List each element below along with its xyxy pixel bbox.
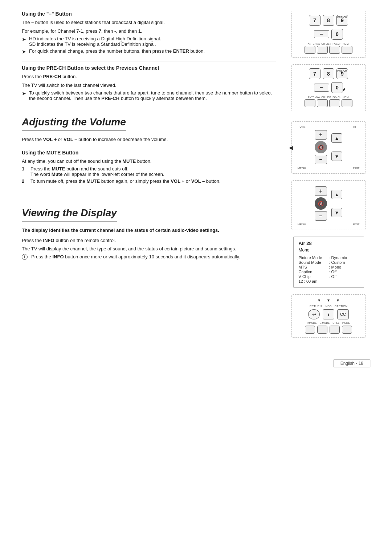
divider1 [22, 61, 276, 61]
ch-label-top: CH [353, 125, 358, 129]
ch-spacer2 [331, 200, 342, 207]
viewing-display-heading: Viewing the Display [22, 207, 117, 222]
hdmi-label2: HDMI [343, 96, 349, 98]
viewing-display-para1: Press the INFO button on the remote cont… [22, 237, 276, 244]
favch-btn2 [329, 99, 340, 107]
minus-button-heading: Using the "–" Button [22, 11, 276, 17]
info-sound: Mono [299, 247, 359, 253]
mute-item1: 1 Press the MUTE button and the sound cu… [22, 166, 276, 177]
info-label: INFO [324, 305, 331, 308]
info-row-2: Sound Mode: Custom [299, 260, 359, 265]
minus-button-section: Using the "–" Button The – button is use… [22, 11, 276, 55]
page-footer-wrapper: English - 18 [22, 348, 370, 367]
favch-label2: FAV.CH [332, 96, 341, 98]
mute-button-para1: At any time, you can cut off the sound u… [22, 158, 276, 165]
mute-item1-text: Press the MUTE button and the sound cuts… [30, 166, 164, 177]
arrow-icon: ➤ [22, 49, 26, 55]
prech-button-para1: Press the PRE-CH button. [22, 73, 276, 80]
info-channel: Air 28 [299, 241, 359, 246]
pmode-label: P.MODE [307, 322, 317, 324]
down-arrow3: ▼ [336, 298, 340, 302]
info-circle-icon: i [22, 254, 28, 260]
antenna-btn2 [305, 99, 315, 107]
mute-btn: 🔇 [315, 141, 327, 153]
remote-diagram-volume2: + 🔇 – ▲ ▼ MENU EXIT [291, 180, 366, 230]
psize-label: P.SIZE [342, 322, 350, 324]
ch-spacer [331, 144, 342, 151]
hdmi-btn [342, 46, 352, 54]
ch-down-btn2: ▼ [331, 208, 342, 217]
page-footer: English - 18 [334, 359, 370, 367]
viewing-display-para2: The TV will display the channel, the typ… [22, 245, 276, 253]
vol-minus-btn: – [315, 155, 327, 164]
ch-up-btn2: ▲ [331, 190, 342, 199]
info-rows: Picture Mode: Dynamic Sound Mode: Custom… [299, 255, 359, 283]
key-7-btn: 7 [309, 15, 320, 26]
still-label: STILL [332, 322, 339, 324]
key-9-btn: 9 PRE-CH [336, 15, 348, 26]
vol-label-top: VOL [300, 125, 306, 129]
chlist-btn2 [317, 99, 328, 107]
adjusting-volume-section: Press the VOL + or VOL – button to incre… [22, 136, 276, 143]
prech-button-heading: Using the PRE-CH Button to select the Pr… [22, 65, 276, 71]
info-row-4: Caption: Off [299, 270, 359, 274]
smode-btn [317, 326, 327, 334]
favch-label: FAV.CH [332, 43, 341, 45]
ch-up-btn: ▲ [331, 133, 342, 143]
key-8-btn2: 8 [323, 68, 334, 79]
favch-btn [329, 46, 340, 54]
viewing-display-arrow1: i Press the INFO button once more or wai… [22, 254, 276, 260]
left-arrow-indicator: ◀ [289, 145, 293, 150]
hdmi-btn2 [342, 99, 352, 107]
right-column: 7 8 9 PRE-CH – 0 ANTENNA CH LIST FAV.CH … [287, 11, 370, 338]
chlist-btn [317, 46, 328, 54]
antenna-label: ANTENNA [308, 43, 320, 45]
menu-label: MENU [298, 166, 306, 170]
caption-label: CAPTION [334, 305, 347, 308]
minus-button-arrow1: ➤ HD indicates the TV is receiving a Dig… [22, 36, 276, 47]
info-row-1: Picture Mode: Dynamic [299, 255, 359, 260]
info-btn: i [323, 309, 334, 319]
info-row-5: V-Chip: Off [299, 274, 359, 279]
prech-label-top: PRE-CH [337, 16, 347, 19]
mute-item2-text: To turn mute off, press the MUTE button … [30, 178, 221, 184]
antenna-label2: ANTENNA [308, 96, 320, 98]
vol-plus-btn: + [315, 130, 327, 140]
viewing-display-bold-para: The display identifies the current chann… [22, 227, 276, 234]
key-8-btn: 8 [323, 15, 334, 26]
vol-plus-btn2: + [315, 186, 327, 196]
remote-diagram-prech: 7 8 9 PRE-CH – 0 ⬋ ANTENNA CH LIST FAV.C… [291, 64, 366, 111]
mute-item2-num: 2 [22, 178, 27, 184]
info-display-box: Air 28 Mono Picture Mode: Dynamic Sound … [293, 237, 364, 288]
prech-button-para2: The TV will switch to the last channel v… [22, 82, 276, 89]
arrow-icon: ➤ [22, 90, 26, 96]
adjusting-volume-heading-wrapper: Adjusting the Volume [22, 108, 276, 136]
down-arrow1: ▼ [317, 298, 321, 302]
hdmi-label: HDMI [343, 43, 349, 45]
minus-button-para1: The – button is used to select stations … [22, 19, 276, 26]
key-9-btn2: 9 PRE-CH [336, 68, 348, 79]
return-btn: ↩ [308, 309, 320, 319]
down-arrow2: ▼ [327, 298, 330, 302]
antenna-btn [305, 46, 315, 54]
menu-label2: MENU [298, 223, 306, 226]
minus-btn: – [314, 30, 329, 38]
caption-btn: CC [337, 309, 349, 319]
return-label: RETURN [310, 305, 322, 308]
arrow-icon: ➤ [22, 36, 26, 42]
info-row-3: MTS: Mono [299, 265, 359, 269]
key-7-btn2: 7 [309, 68, 320, 79]
minus-button-arrow2: ➤ For quick channel change, press the nu… [22, 48, 276, 55]
smode-label: S.MODE [320, 322, 330, 324]
exit-label2: EXIT [353, 223, 360, 226]
prech-button-section: Using the PRE-CH Button to select the Pr… [22, 65, 276, 101]
minus-btn2: – [314, 84, 329, 92]
adjusting-volume-para1: Press the VOL + or VOL – button to incre… [22, 136, 276, 143]
vol-minus-btn2: – [315, 211, 327, 221]
psize-btn [342, 326, 352, 334]
remote-diagram-minus: 7 8 9 PRE-CH – 0 ANTENNA CH LIST FAV.CH … [291, 11, 366, 58]
mute-button-section: Using the MUTE Button At any time, you c… [22, 150, 276, 184]
remote-diagram-info: ▼ ▼ ▼ RETURN INFO CAPTION ↩ i CC [291, 294, 366, 338]
key-0-btn2: 0 ⬋ [331, 82, 343, 93]
minus-button-para2: For example, for Channel 7-1, press 7, t… [22, 28, 276, 35]
